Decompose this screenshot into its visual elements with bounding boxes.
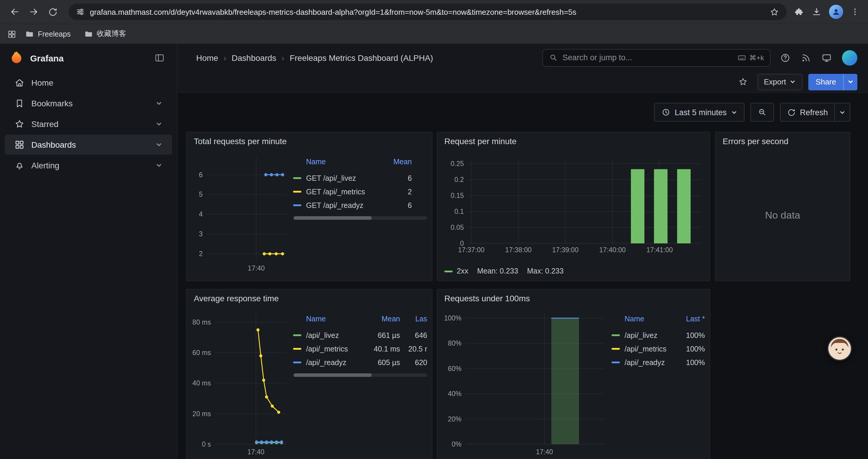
- reload-icon: [48, 7, 58, 17]
- panel-title[interactable]: Request per minute: [437, 132, 710, 150]
- legend-row[interactable]: /api/_livez 661 µs 646: [293, 328, 427, 342]
- legend-header-mean[interactable]: Mean: [393, 158, 412, 166]
- star-icon: [738, 77, 748, 87]
- sidebar-item-dashboards[interactable]: Dashboards: [5, 135, 172, 155]
- keyboard-icon: [737, 53, 746, 62]
- user-avatar[interactable]: [842, 50, 857, 65]
- refresh-label: Refresh: [800, 108, 828, 117]
- svg-text:17:38:00: 17:38:00: [505, 246, 532, 254]
- search-input[interactable]: [562, 53, 733, 62]
- svg-text:5: 5: [199, 191, 203, 198]
- bookmark-folder-blogs[interactable]: 收藏博客: [79, 27, 131, 41]
- sidebar-item-alerting[interactable]: Alerting: [5, 155, 172, 175]
- legend-row[interactable]: /api/_metrics 100%: [612, 342, 705, 356]
- legend-header-name[interactable]: Name: [612, 315, 677, 323]
- bookmark-star-icon[interactable]: [769, 7, 779, 17]
- sidebar-item-label: Dashboards: [31, 140, 76, 150]
- display-monitor-icon[interactable]: [821, 52, 832, 63]
- legend-row[interactable]: /api/_metrics 40.1 ms 20.5 r: [293, 342, 427, 356]
- apps-grid-icon[interactable]: [7, 29, 17, 39]
- folder-icon: [25, 29, 34, 39]
- url-text[interactable]: grafana.mathmast.com/d/deytv4rwavabkb/fr…: [90, 7, 765, 16]
- extensions-puzzle-icon[interactable]: [794, 6, 804, 17]
- browser-menu-kebab-icon[interactable]: [850, 7, 860, 17]
- svg-text:0 s: 0 s: [202, 440, 211, 448]
- sidebar-item-label: Starred: [31, 119, 59, 129]
- svg-text:17:40:00: 17:40:00: [599, 246, 626, 254]
- panel-title[interactable]: Errors per second: [716, 132, 850, 150]
- site-settings-tune-icon[interactable]: [75, 7, 85, 17]
- legend-row[interactable]: GET /api/_metrics 2: [293, 185, 427, 198]
- svg-text:20 ms: 20 ms: [192, 410, 211, 418]
- svg-text:100%: 100%: [444, 314, 462, 322]
- dashboard-actions-bar: Export Share: [177, 71, 868, 93]
- export-button[interactable]: Export: [757, 73, 802, 90]
- svg-text:40 ms: 40 ms: [192, 379, 211, 387]
- downloads-icon[interactable]: [811, 6, 822, 17]
- legend-header-mean[interactable]: Mean: [363, 315, 400, 323]
- breadcrumb-dashboards[interactable]: Dashboards: [231, 53, 276, 62]
- share-button[interactable]: Share: [809, 73, 843, 90]
- series-name[interactable]: 2xx: [457, 267, 468, 275]
- reload-button[interactable]: [44, 3, 61, 21]
- svg-text:17:40: 17:40: [536, 448, 553, 456]
- legend-row[interactable]: GET /api/_readyz 6: [293, 198, 427, 212]
- news-rss-icon[interactable]: [801, 52, 811, 63]
- legend-header-name[interactable]: Name: [293, 315, 363, 323]
- breadcrumb-home[interactable]: Home: [196, 53, 218, 62]
- search-shortcut: ⌘+k: [749, 54, 764, 62]
- back-button[interactable]: [6, 3, 24, 21]
- sidebar-item-home[interactable]: Home: [5, 73, 172, 93]
- legend-scrollbar[interactable]: [293, 373, 427, 377]
- legend-header-last[interactable]: Las: [400, 315, 427, 323]
- refresh-interval-button[interactable]: [834, 103, 850, 121]
- sidebar-item-bookmarks[interactable]: Bookmarks: [5, 93, 172, 113]
- panel-title[interactable]: Average response time: [187, 290, 432, 307]
- help-icon[interactable]: [780, 52, 790, 63]
- legend-header-last[interactable]: Last *: [677, 315, 705, 323]
- legend-row[interactable]: /api/_readyz 605 µs 620: [293, 356, 427, 369]
- search-bar[interactable]: ⌘+k: [542, 49, 771, 66]
- series-swatch: [293, 362, 301, 363]
- series-swatch: [293, 177, 301, 179]
- request-per-minute-chart[interactable]: 0.250.20.150.10.05017:37:0017:38:0017:39…: [442, 155, 706, 255]
- sidebar-item-label: Bookmarks: [31, 99, 73, 108]
- scrollbar-thumb[interactable]: [294, 373, 371, 377]
- sidebar-item-starred[interactable]: Starred: [5, 114, 172, 134]
- bookmarks-bar: Freeleaps 收藏博客: [0, 24, 868, 44]
- panel-total-requests: Total requests per minute 6543217:40 Nam…: [186, 132, 433, 281]
- share-menu-button[interactable]: [843, 73, 857, 90]
- svg-text:40%: 40%: [448, 390, 462, 398]
- panel-title[interactable]: Requests under 100ms: [437, 290, 710, 307]
- legend-row[interactable]: /api/_livez 100%: [612, 328, 705, 342]
- legend-table: Name Last * /api/_livez 100% /api/_metri…: [612, 313, 705, 369]
- svg-text:0.05: 0.05: [451, 224, 464, 231]
- total-requests-chart[interactable]: 6543217:40: [191, 153, 289, 273]
- legend-scrollbar[interactable]: [293, 216, 427, 220]
- bookmark-folder-freeleaps[interactable]: Freeleaps: [20, 27, 75, 41]
- svg-text:4: 4: [199, 210, 203, 218]
- svg-text:17:40: 17:40: [248, 264, 265, 272]
- legend-row[interactable]: /api/_readyz 100%: [612, 356, 705, 369]
- forward-button[interactable]: [25, 3, 42, 21]
- avg-response-chart[interactable]: 80 ms60 ms40 ms20 ms0 s17:40: [191, 309, 289, 457]
- sidebar-toggle-button[interactable]: [151, 50, 168, 66]
- assistant-avatar-button[interactable]: [827, 336, 852, 361]
- svg-text:17:40: 17:40: [247, 448, 265, 456]
- favorite-star-button[interactable]: [735, 73, 751, 90]
- url-bar[interactable]: grafana.mathmast.com/d/deytv4rwavabkb/fr…: [68, 4, 786, 20]
- refresh-control: Refresh: [780, 103, 850, 122]
- panel-title[interactable]: Total requests per minute: [187, 132, 432, 150]
- panel-avg-response-time: Average response time 80 ms60 ms40 ms20 …: [186, 289, 433, 459]
- scrollbar-thumb[interactable]: [294, 216, 371, 220]
- legend-header-name[interactable]: Name: [293, 158, 326, 166]
- zoom-out-button[interactable]: [750, 103, 774, 122]
- time-range-picker[interactable]: Last 5 minutes: [654, 103, 745, 122]
- legend-mean: Mean: 0.233: [477, 267, 518, 275]
- grafana-logo[interactable]: [9, 50, 24, 66]
- refresh-button[interactable]: Refresh: [780, 103, 834, 121]
- browser-profile-avatar[interactable]: [829, 5, 843, 19]
- legend-row[interactable]: GET /api/_livez 6: [293, 171, 427, 185]
- breadcrumb-separator: [282, 53, 284, 62]
- under-100ms-chart[interactable]: 100%80%60%40%20%0%17:40: [442, 309, 608, 457]
